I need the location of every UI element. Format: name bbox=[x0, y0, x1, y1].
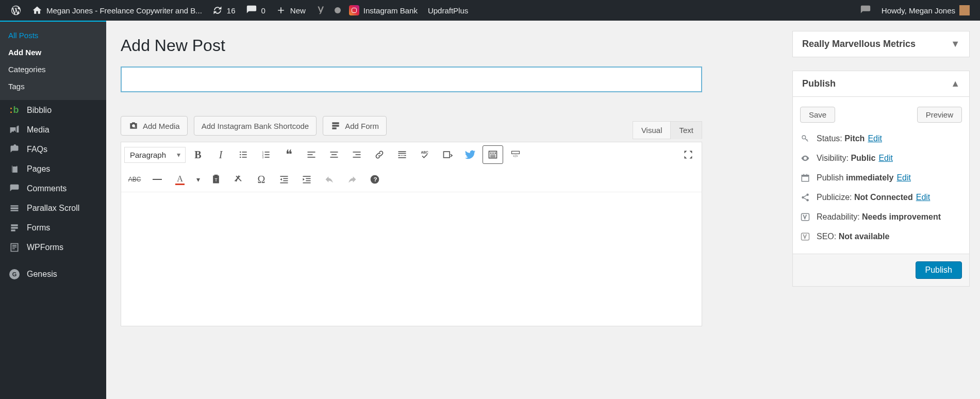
numbered-list-button[interactable]: 123 bbox=[256, 145, 276, 164]
add-media-button[interactable]: Add Media bbox=[121, 116, 188, 136]
italic-button[interactable]: I bbox=[210, 145, 231, 164]
text-color-dropdown[interactable]: ▾ bbox=[192, 170, 204, 189]
svg-rect-38 bbox=[283, 178, 288, 179]
sidebar-item-wpforms[interactable]: WPForms bbox=[0, 238, 106, 257]
preview-button[interactable]: Preview bbox=[917, 107, 962, 123]
editor-toolbar-row-1: Paragraph B I 123 ❝ ABC </> bbox=[121, 142, 702, 167]
toolbar-dot bbox=[331, 0, 344, 21]
svg-rect-32 bbox=[512, 151, 520, 154]
twitter-button[interactable] bbox=[460, 145, 480, 164]
sidebar-item-pages[interactable]: Pages bbox=[0, 159, 106, 179]
svg-rect-14 bbox=[308, 157, 315, 158]
avatar bbox=[959, 5, 970, 15]
undo-button[interactable] bbox=[319, 170, 340, 189]
align-center-button[interactable] bbox=[324, 145, 344, 164]
sidebar-item-genesis[interactable]: G Genesis bbox=[0, 264, 106, 284]
sidebar-sub-add-new[interactable]: Add New bbox=[0, 44, 106, 61]
save-button[interactable]: Save bbox=[800, 107, 835, 123]
format-select[interactable]: Paragraph bbox=[124, 147, 186, 163]
status-row: Status: PitchEdit bbox=[800, 129, 962, 148]
fullscreen-button[interactable] bbox=[678, 145, 699, 164]
metrics-header[interactable]: Really Marvellous Metrics ▼ bbox=[793, 31, 969, 57]
help-button[interactable]: ? bbox=[364, 170, 385, 189]
code-button[interactable]: </> bbox=[505, 145, 526, 164]
genesis-icon: G bbox=[8, 269, 21, 279]
sidebar-sub-all-posts[interactable]: All Posts bbox=[0, 27, 106, 44]
svg-rect-41 bbox=[303, 176, 311, 177]
strikethrough-button[interactable]: ABC bbox=[124, 170, 145, 189]
pages-icon bbox=[8, 164, 21, 174]
wp-logo-menu[interactable] bbox=[5, 0, 27, 21]
svg-text:?: ? bbox=[374, 176, 377, 182]
edit-schedule-link[interactable]: Edit bbox=[896, 173, 911, 182]
instagram-bank[interactable]: Instagram Bank bbox=[344, 0, 423, 21]
edit-status-link[interactable]: Edit bbox=[868, 134, 882, 143]
sidebar-item-forms[interactable]: Forms bbox=[0, 218, 106, 238]
yoast-menu[interactable] bbox=[311, 0, 331, 21]
metrics-box: Really Marvellous Metrics ▼ bbox=[792, 31, 970, 57]
svg-rect-31 bbox=[490, 156, 495, 157]
site-home[interactable]: Megan Jones - Freelance Copywriter and B… bbox=[27, 0, 207, 21]
sidebar-item-parallax[interactable]: Parallax Scroll bbox=[0, 198, 106, 218]
bold-button[interactable]: B bbox=[188, 145, 208, 164]
howdy-label: Howdy, Megan Jones bbox=[882, 6, 955, 15]
my-account[interactable]: Howdy, Megan Jones bbox=[876, 0, 975, 21]
comments[interactable]: 0 bbox=[241, 0, 271, 21]
publish-header[interactable]: Publish ▲ bbox=[793, 71, 969, 96]
indent-button[interactable] bbox=[296, 170, 317, 189]
svg-point-47 bbox=[802, 136, 806, 139]
special-char-button[interactable]: Ω bbox=[251, 170, 272, 189]
text-color-button[interactable]: A bbox=[170, 170, 190, 189]
outdent-button[interactable] bbox=[274, 170, 294, 189]
spellcheck-button[interactable]: ABC bbox=[414, 145, 435, 164]
sidebar-item-comments[interactable]: Comments bbox=[0, 179, 106, 198]
read-more-button[interactable] bbox=[392, 145, 412, 164]
svg-rect-40 bbox=[280, 182, 288, 184]
svg-rect-20 bbox=[353, 157, 361, 158]
sidebar-item-media[interactable]: Media bbox=[0, 120, 106, 140]
share-icon bbox=[800, 193, 810, 202]
seo-row: SEO: Not available bbox=[800, 227, 962, 246]
tab-text[interactable]: Text bbox=[671, 121, 702, 139]
link-button[interactable] bbox=[369, 145, 390, 164]
blockquote-button[interactable]: ❝ bbox=[278, 145, 299, 164]
sidebar-item-bibblio[interactable]: :b Bibblio bbox=[0, 100, 106, 120]
post-title-input[interactable] bbox=[121, 66, 702, 92]
bibblio-icon: :b bbox=[8, 105, 21, 115]
updates[interactable]: 16 bbox=[207, 0, 241, 21]
yoast-icon bbox=[316, 5, 326, 15]
sidebar-item-faqs[interactable]: FAQs bbox=[0, 140, 106, 159]
wpforms-icon bbox=[8, 242, 21, 253]
clear-formatting-button[interactable] bbox=[228, 170, 249, 189]
svg-point-53 bbox=[802, 196, 804, 199]
svg-rect-16 bbox=[331, 154, 337, 155]
admin-toolbar: Megan Jones - Freelance Copywriter and B… bbox=[0, 0, 980, 21]
align-left-button[interactable] bbox=[301, 145, 322, 164]
new-content[interactable]: New bbox=[271, 0, 311, 21]
distraction-free-button[interactable] bbox=[437, 145, 458, 164]
paste-text-button[interactable]: T bbox=[206, 170, 226, 189]
editor-content-area[interactable] bbox=[121, 192, 702, 326]
add-form-button[interactable]: Add Form bbox=[323, 116, 387, 136]
updraftplus[interactable]: UpdraftPlus bbox=[423, 0, 473, 21]
edit-visibility-link[interactable]: Edit bbox=[878, 154, 893, 162]
form-icon bbox=[330, 121, 341, 131]
publish-button[interactable]: Publish bbox=[916, 261, 962, 279]
toolbar-toggle-button[interactable] bbox=[483, 145, 503, 164]
redo-button[interactable] bbox=[342, 170, 362, 189]
comment-icon bbox=[860, 5, 871, 16]
svg-rect-23 bbox=[398, 157, 406, 158]
tab-visual[interactable]: Visual bbox=[633, 121, 671, 139]
align-right-button[interactable] bbox=[346, 145, 367, 164]
sidebar-sub-categories[interactable]: Categories bbox=[0, 61, 106, 78]
hr-button[interactable] bbox=[147, 170, 168, 189]
edit-publicize-link[interactable]: Edit bbox=[916, 193, 931, 202]
svg-rect-43 bbox=[306, 180, 310, 181]
toolbar-comment-right[interactable] bbox=[855, 0, 876, 21]
add-instagram-button[interactable]: Add Instagram Bank Shortcode bbox=[194, 116, 317, 136]
svg-point-52 bbox=[806, 194, 809, 196]
bullet-list-button[interactable] bbox=[233, 145, 254, 164]
svg-rect-11 bbox=[265, 157, 270, 158]
site-title: Megan Jones - Freelance Copywriter and B… bbox=[46, 6, 202, 15]
sidebar-sub-tags[interactable]: Tags bbox=[0, 78, 106, 95]
